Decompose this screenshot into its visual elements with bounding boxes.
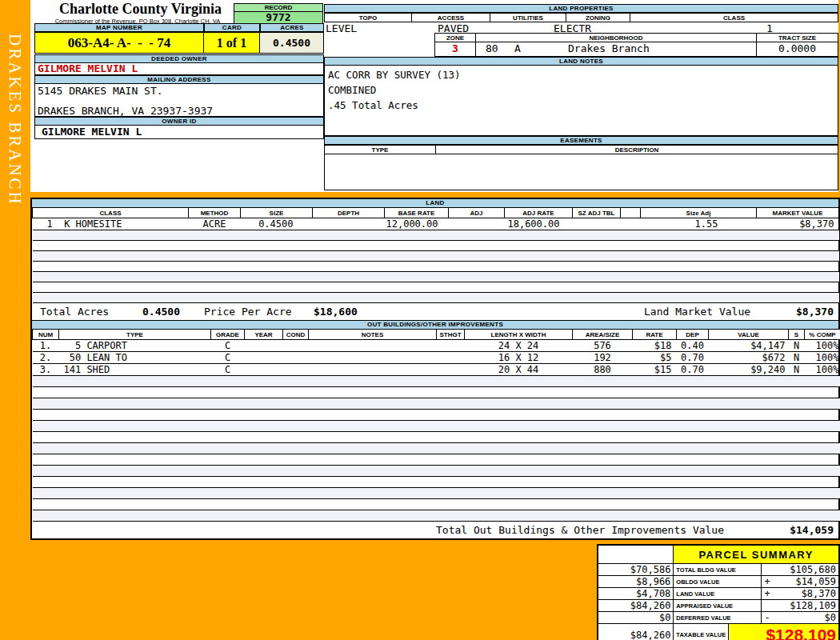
cell: N (789, 340, 805, 352)
parcel-summary-title: PARCEL SUMMARY (674, 545, 839, 564)
summary-label: DEFERRED VALUE (674, 612, 762, 624)
empty-row (33, 510, 840, 522)
cell (437, 352, 465, 364)
land-note-line: AC CORR BY SURVEY (13) (328, 67, 834, 82)
taxable-value: $128,109 (729, 624, 839, 640)
cell: 192 (573, 352, 633, 364)
land-table-header-row: CLASSMETHODSIZEDEPTHBASE RATEADJADJ RATE… (33, 208, 839, 218)
zoning-header: ZONING (566, 13, 630, 22)
acres-value: 0.4500 (260, 32, 324, 54)
summary-left-value: $70,586 (598, 564, 674, 576)
summary-left-value: $8,966 (598, 576, 674, 588)
cell (245, 364, 283, 376)
empty-row (33, 499, 840, 510)
summary-value: $128,109 (762, 600, 839, 612)
cell: C (211, 364, 245, 376)
taxable-label: TAXABLE VALUE (674, 624, 729, 640)
column-header: VALUE (709, 330, 789, 340)
empty-cell (33, 230, 839, 241)
column-header: DEP (677, 330, 709, 340)
empty-row (33, 477, 840, 488)
summary-left-value: $4,708 (598, 588, 674, 600)
land-note-line: COMBINED (328, 82, 834, 98)
empty-cell (33, 241, 839, 251)
column-header: LENGTH X WIDTH (465, 330, 573, 340)
cell: N (789, 364, 805, 376)
cell (283, 340, 309, 352)
summary-value: +$14,059 (762, 576, 839, 588)
cell (573, 218, 621, 230)
cell: 0.4500 (241, 218, 313, 230)
cell: 5 CARPORT (59, 340, 211, 352)
cell: C (211, 340, 245, 352)
column-header: S (789, 330, 805, 340)
map-number-header: MAP NUMBER (34, 23, 204, 32)
empty-row (33, 443, 840, 454)
cell (309, 340, 437, 352)
cell: 20 X 44 (465, 364, 573, 376)
column-header: NUM (33, 330, 59, 340)
county-title: Charlotte County Virginia (38, 1, 242, 18)
column-header: TYPE (59, 330, 211, 340)
cell (283, 352, 309, 364)
cell: C (211, 352, 245, 364)
ob-total-label: Total Out Buildings & Other Improvements… (436, 524, 724, 536)
column-header: CLASS (33, 208, 189, 218)
zone-header: ZONE (434, 33, 476, 42)
mailing-address-header: MAILING ADDRESS (34, 75, 324, 84)
summary-sign: + (764, 588, 770, 599)
empty-row (33, 262, 839, 272)
price-per-acre-value: $18,600 (314, 306, 358, 318)
land-properties-values: LEVEL PAVED ELECTR 1 (324, 22, 838, 33)
summary-amount: $8,370 (802, 588, 836, 599)
column-header: SIZE (241, 208, 313, 218)
ob-table-header-row: NUMTYPEGRADEYEARCONDNOTESSTHGTLENGTH X W… (33, 330, 840, 340)
summary-amount: $0 (825, 612, 836, 623)
summary-label: TOTAL BLDG VALUE (674, 564, 762, 576)
deeded-owner-value: GILMORE MELVIN L (34, 63, 324, 75)
empty-row (33, 488, 840, 499)
cell: 0.70 (677, 364, 709, 376)
neighborhood-value: 80 A Drakes Branch (475, 42, 757, 57)
summary-row: $70,586TOTAL BLDG VALUE$105,680 (598, 564, 839, 576)
land-notes-header: LAND NOTES (324, 57, 838, 66)
empty-cell (33, 398, 840, 410)
empty-row (33, 251, 839, 262)
cell: 1. (33, 340, 59, 352)
cell (313, 218, 385, 230)
cell: 141 SHED (59, 364, 211, 376)
out-buildings-table: NUMTYPEGRADEYEARCONDNOTESSTHGTLENGTH X W… (32, 330, 840, 522)
cell: $5 (633, 352, 677, 364)
summary-left-value: $84,260 (598, 600, 674, 612)
cell: 2. (33, 352, 59, 364)
cell: 24 X 24 (465, 340, 573, 352)
easement-type-header: TYPE (324, 145, 436, 154)
cell: $18 (633, 340, 677, 352)
cell: $4,147 (709, 340, 789, 352)
card-header: CARD (204, 23, 260, 32)
cell (309, 364, 437, 376)
topo-header: TOPO (324, 13, 412, 22)
cell: ACRE (189, 218, 241, 230)
summary-value-inner: -$0 (764, 612, 836, 623)
empty-cell (33, 477, 840, 488)
empty-cell (33, 432, 840, 443)
total-acres-label: Total Acres (40, 306, 109, 318)
land-market-value: $8,370 (796, 306, 834, 318)
cell: 0.40 (677, 340, 709, 352)
empty-cell (33, 282, 839, 293)
summary-row: $4,708LAND VALUE+$8,370 (598, 588, 839, 600)
column-header: ADJ RATE (505, 208, 573, 218)
cell: $672 (709, 352, 789, 364)
summary-value-inner: +$8,370 (764, 588, 836, 599)
summary-value-inner: $128,109 (764, 600, 836, 611)
summary-label: LAND VALUE (674, 588, 762, 600)
empty-cell (33, 262, 839, 272)
owner-id-header: OWNER ID (34, 117, 324, 126)
cell (245, 352, 283, 364)
access-header: ACCESS (411, 13, 490, 22)
tract-size-header: TRACT SIZE (756, 33, 838, 42)
empty-row (33, 272, 839, 282)
empty-cell (33, 421, 840, 432)
cell: N (789, 352, 805, 364)
